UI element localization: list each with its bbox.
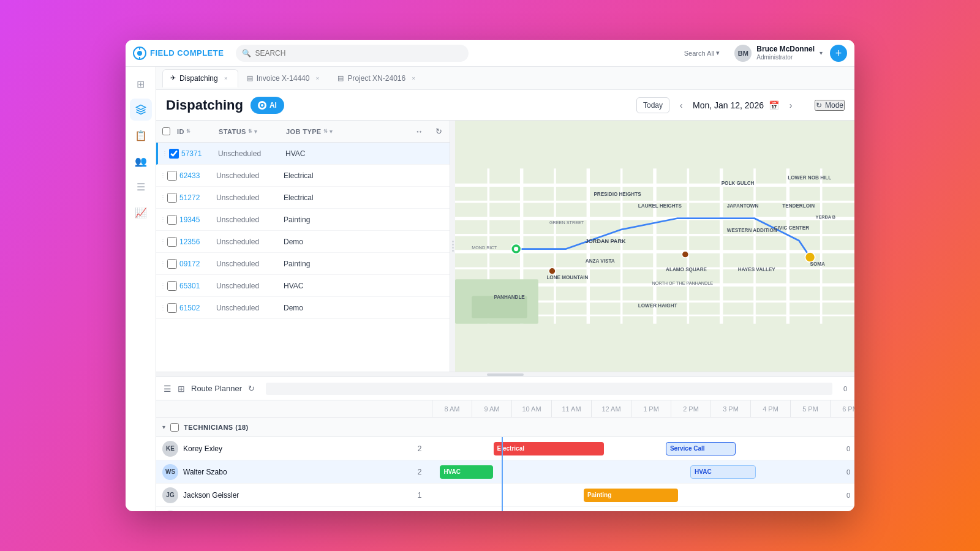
ai-button[interactable]: AI (251, 97, 284, 114)
row-checkbox[interactable] (167, 281, 177, 291)
table-row[interactable]: ⋮⋮ 57371 Unscheduled HVAC (156, 143, 450, 165)
table-row[interactable]: ⋮⋮ 65301 Unscheduled HVAC (156, 275, 450, 297)
refresh-scheduler-icon[interactable]: ↻ (248, 384, 255, 393)
sidebar-item-users[interactable]: 👥 (130, 150, 152, 172)
tech-name-jackson: Jackson Geissler (183, 491, 409, 500)
row-id[interactable]: 57371 (181, 149, 218, 158)
tech-timeline-korey[interactable]: Electrical Service Call (432, 437, 842, 460)
search-input[interactable] (255, 49, 462, 58)
row-status: Unscheduled (216, 282, 284, 290)
th-jobtype[interactable]: JOB TYPE ⇅ ▾ (284, 128, 357, 135)
sidebar-item-chart[interactable]: 📈 (130, 201, 152, 223)
table-row[interactable]: ⋮⋮ 62433 Unscheduled Electrical (156, 165, 450, 187)
table-body: ⋮⋮ 57371 Unscheduled HVAC ⋮⋮ 62433 Unsch… (156, 143, 450, 372)
row-id[interactable]: 09172 (179, 260, 216, 268)
tabs-bar: ✈ Dispatching × ▤ Invoice X-14440 × ▤ Pr… (156, 67, 854, 90)
row-id[interactable]: 61502 (179, 304, 216, 312)
tab-dispatching-close[interactable]: × (222, 74, 230, 83)
row-status: Unscheduled (216, 171, 284, 180)
tab-project-close[interactable]: × (409, 74, 418, 83)
tab-invoice-close[interactable]: × (313, 74, 322, 83)
next-date-button[interactable]: › (784, 99, 797, 112)
tab-project[interactable]: ▤ Project XN-24016 × (330, 69, 425, 88)
prev-date-button[interactable]: ‹ (674, 99, 688, 112)
row-handle: ⋮⋮ (162, 150, 169, 157)
job-block-electrical[interactable]: Electrical (494, 442, 605, 455)
job-block-service-call[interactable]: Service Call (666, 442, 736, 455)
row-jobtype: Demo (284, 304, 303, 312)
calendar-icon[interactable]: 📅 (769, 100, 779, 110)
th-id[interactable]: ID ⇅ (175, 128, 216, 135)
tab-dispatching[interactable]: ✈ Dispatching × (162, 69, 238, 88)
job-block-hvac-blue[interactable]: HVAC (690, 465, 756, 479)
row-id[interactable]: 12356 (179, 238, 216, 246)
expand-group-icon[interactable]: ▾ (162, 424, 165, 430)
table-row[interactable]: ⋮⋮ 51272 Unscheduled Electrical (156, 187, 450, 209)
table-row[interactable]: ⋮⋮ 12356 Unscheduled Demo (156, 231, 450, 253)
tab-dispatching-icon: ✈ (170, 74, 176, 82)
map-area[interactable]: PRESIDIO HEIGHTS POLK GULCH LOWER NOB HI… (455, 121, 854, 372)
add-button[interactable]: + (830, 45, 847, 62)
svg-text:LONE MOUNTAIN: LONE MOUNTAIN (546, 275, 588, 280)
sidebar-item-list[interactable]: ☰ (130, 176, 152, 198)
route-planner-button[interactable]: Route Planner (191, 384, 242, 393)
search-all-button[interactable]: Search All ▾ (684, 49, 720, 57)
table-row[interactable]: ⋮⋮ 19345 Unscheduled Painting (156, 209, 450, 231)
grid-view-icon[interactable]: ⊞ (178, 384, 185, 394)
job-block-hvac-green[interactable]: HVAC (440, 465, 493, 479)
expand-icon[interactable]: ↔ (412, 124, 426, 139)
mode-button[interactable]: ↻ Mode (815, 100, 845, 111)
search-icon: 🔍 (242, 49, 251, 58)
chevron-down-icon-user[interactable]: ▾ (820, 50, 823, 56)
select-all-checkbox[interactable] (162, 127, 170, 135)
svg-text:LOWER NOB HILL: LOWER NOB HILL (788, 175, 831, 181)
row-checkbox[interactable] (167, 303, 177, 313)
date-nav: Today ‹ Mon, Jan 12, 2026 📅 › (636, 97, 797, 113)
list-view-icon[interactable]: ☰ (164, 384, 172, 394)
sidebar-item-documents[interactable]: 📋 (130, 124, 152, 146)
filter-icon-status[interactable]: ▾ (254, 129, 257, 135)
row-status: Unscheduled (216, 260, 284, 268)
svg-text:NORTH OF THE PANHANDLE: NORTH OF THE PANHANDLE (652, 280, 713, 286)
tech-timeline-walter[interactable]: HVAC HVAC (432, 460, 842, 484)
sidebar-item-dispatch[interactable] (130, 99, 152, 121)
tab-invoice-icon: ▤ (247, 74, 253, 82)
today-button[interactable]: Today (636, 97, 669, 113)
row-id[interactable]: 51272 (179, 193, 216, 202)
tab-invoice[interactable]: ▤ Invoice X-14440 × (239, 69, 330, 88)
group-checkbox[interactable] (170, 423, 179, 432)
row-checkbox[interactable] (167, 215, 177, 225)
row-checkbox[interactable] (167, 259, 177, 269)
sidebar-item-grid[interactable]: ⊞ (130, 73, 152, 95)
tech-name-korey: Korey Exley (183, 444, 409, 453)
avatar: BM (734, 45, 752, 62)
th-status[interactable]: STATUS ⇅ ▾ (216, 128, 284, 135)
row-status: Unscheduled (216, 304, 284, 312)
scheduler-score-header: 0 (843, 385, 847, 392)
tech-timeline-jackson[interactable]: Painting (432, 484, 842, 507)
scrollbar-handle[interactable] (487, 373, 524, 376)
svg-text:LAUREL HEIGHTS: LAUREL HEIGHTS (638, 203, 682, 209)
job-block-painting[interactable]: Painting (584, 489, 678, 502)
row-checkbox[interactable] (167, 237, 177, 247)
scrollbar-container[interactable] (156, 372, 854, 377)
table-row[interactable]: ⋮⋮ 09172 Unscheduled Painting (156, 253, 450, 275)
row-id[interactable]: 62433 (179, 171, 216, 180)
row-checkbox[interactable] (169, 149, 179, 159)
row-checkbox[interactable] (167, 193, 177, 203)
svg-text:LOWER HAIGHT: LOWER HAIGHT (638, 303, 677, 309)
th-checkbox[interactable] (160, 127, 175, 135)
table-row[interactable]: ⋮⋮ 61502 Unscheduled Demo (156, 297, 450, 319)
logo-text: FIELD COMPLETE (150, 48, 224, 58)
tech-cell-jackson: JG Jackson Geissler 1 (156, 487, 432, 503)
timeline-header: 8 AM 9 AM 10 AM 11 AM 12 AM 1 PM 2 PM 3 … (156, 400, 854, 418)
row-checkbox[interactable] (167, 171, 177, 181)
refresh-table-icon[interactable]: ↻ (431, 124, 446, 139)
group-label: TECHNICIANS (18) (184, 424, 249, 431)
row-id[interactable]: 19345 (179, 216, 216, 224)
tech-timeline-scottie[interactable]: Plumbing (432, 507, 842, 512)
filter-icon-jobtype[interactable]: ▾ (330, 129, 333, 135)
drag-divider[interactable] (450, 121, 455, 372)
svg-text:SOMA: SOMA (810, 261, 826, 267)
row-id[interactable]: 65301 (179, 282, 216, 290)
